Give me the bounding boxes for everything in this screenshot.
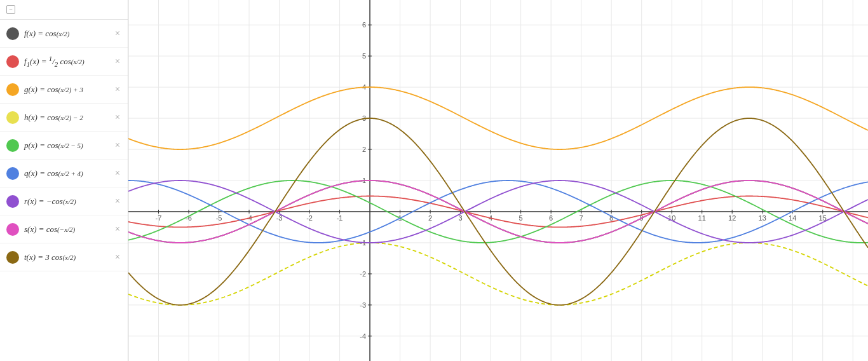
svg-text:-1: -1 — [337, 214, 343, 222]
function-close-g[interactable]: × — [112, 83, 123, 96]
function-label-r: r(x) = −cos(x/2) — [24, 196, 107, 207]
function-row-t: t(x) = 3 cos(x/2)× — [0, 243, 128, 271]
function-dot-r[interactable] — [6, 195, 19, 208]
svg-text:6: 6 — [362, 21, 366, 29]
graph-area[interactable]: -7-6-5-4-3-2-1123456789101112131415-4-3-… — [128, 0, 868, 361]
function-label-g: g(x) = cos(x/2) + 3 — [24, 85, 107, 95]
function-row-f: f(x) = cos(x/2)× — [0, 20, 128, 48]
function-dot-q[interactable] — [6, 167, 19, 180]
function-close-t[interactable]: × — [112, 251, 123, 264]
svg-text:3: 3 — [459, 214, 463, 222]
function-label-h: h(x) = cos(x/2) − 2 — [24, 112, 107, 123]
collapse-button[interactable]: − — [6, 5, 15, 14]
function-close-s[interactable]: × — [112, 223, 123, 236]
svg-text:7: 7 — [580, 214, 583, 222]
function-row-p: p(x) = cos(x/2 − 5)× — [0, 132, 128, 160]
function-dot-p[interactable] — [6, 139, 19, 152]
svg-text:13: 13 — [759, 214, 766, 222]
function-close-f[interactable]: × — [112, 27, 123, 40]
function-close-r[interactable]: × — [112, 195, 123, 208]
function-dot-s[interactable] — [6, 223, 19, 236]
function-label-f: f(x) = cos(x/2) — [24, 29, 107, 39]
svg-text:-4: -4 — [360, 332, 366, 340]
function-dot-h[interactable] — [6, 111, 19, 124]
function-row-s: s(x) = cos(−x/2)× — [0, 215, 128, 243]
svg-text:12: 12 — [728, 214, 736, 222]
svg-text:11: 11 — [698, 214, 706, 222]
function-close-q[interactable]: × — [112, 167, 123, 180]
function-label-q: q(x) = cos(x/2 + 4) — [24, 168, 107, 179]
function-row-q: q(x) = cos(x/2 + 4)× — [0, 160, 128, 187]
function-label-s: s(x) = cos(−x/2) — [24, 224, 107, 235]
function-label-t: t(x) = 3 cos(x/2) — [24, 252, 107, 262]
function-dot-g[interactable] — [6, 83, 19, 96]
function-label-p: p(x) = cos(x/2 − 5) — [24, 140, 107, 151]
svg-text:-2: -2 — [306, 214, 313, 222]
function-dot-f1[interactable] — [6, 55, 19, 68]
function-close-f1[interactable]: × — [112, 55, 123, 68]
function-close-h[interactable]: × — [112, 111, 123, 124]
function-row-g: g(x) = cos(x/2) + 3× — [0, 76, 128, 104]
svg-text:-5: -5 — [216, 214, 222, 222]
function-sidebar: − f(x) = cos(x/2)×f1(x) = 1/2 cos(x/2)×g… — [0, 0, 128, 361]
function-close-p[interactable]: × — [112, 139, 123, 152]
function-row-h: h(x) = cos(x/2) − 2× — [0, 104, 128, 132]
sidebar-header: − — [0, 0, 128, 20]
svg-text:-2: -2 — [360, 270, 366, 278]
svg-text:5: 5 — [519, 214, 523, 222]
function-dot-t[interactable] — [6, 251, 19, 264]
function-list: f(x) = cos(x/2)×f1(x) = 1/2 cos(x/2)×g(x… — [0, 20, 128, 271]
function-row-f1: f1(x) = 1/2 cos(x/2)× — [0, 48, 128, 76]
graph-svg: -7-6-5-4-3-2-1123456789101112131415-4-3-… — [128, 0, 868, 361]
svg-text:14: 14 — [789, 214, 796, 222]
svg-text:6: 6 — [549, 214, 553, 222]
function-row-r: r(x) = −cos(x/2)× — [0, 187, 128, 215]
svg-text:-3: -3 — [360, 301, 366, 309]
svg-text:5: 5 — [362, 52, 366, 60]
svg-text:2: 2 — [428, 214, 432, 222]
svg-text:2: 2 — [362, 146, 366, 153]
function-dot-f[interactable] — [6, 27, 19, 40]
svg-text:-7: -7 — [156, 214, 162, 222]
function-label-f1: f1(x) = 1/2 cos(x/2) — [24, 55, 107, 68]
